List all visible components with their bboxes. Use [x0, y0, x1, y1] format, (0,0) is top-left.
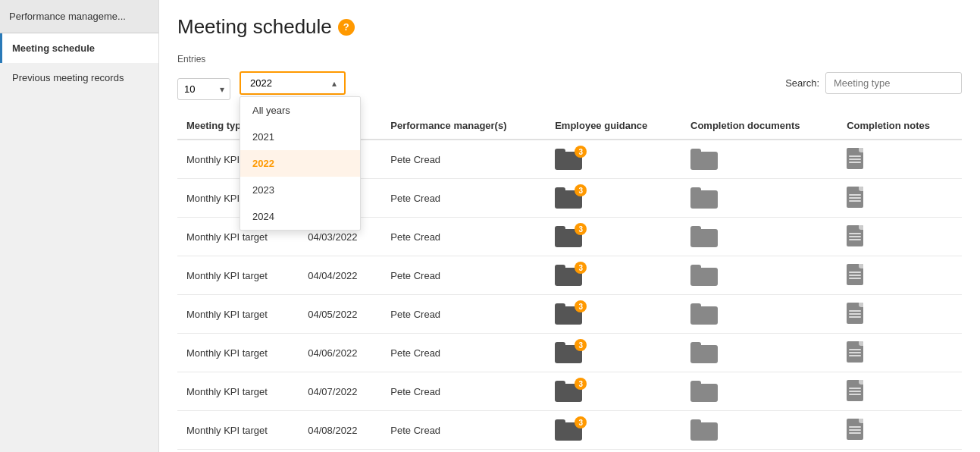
main-content: Meeting schedule ? Entries 10 25 50 100 … [159, 0, 980, 452]
cell-employee-guidance: 3 [546, 140, 681, 179]
cell-employee-guidance: 3 [546, 295, 681, 334]
document-icon[interactable] [847, 225, 865, 248]
folder-open-icon[interactable]: 3 [555, 303, 582, 325]
folder-open-icon[interactable]: 3 [555, 342, 582, 363]
cell-date: 04/06/2022 [299, 334, 381, 372]
cell-completion-documents [681, 179, 838, 218]
cell-completion-notes [838, 256, 962, 295]
folder-open-icon[interactable]: 3 [555, 265, 582, 286]
year-option-all[interactable]: All years [240, 97, 360, 124]
cell-date: 04/07/2022 [299, 372, 381, 411]
page-header: Meeting schedule ? [177, 15, 962, 39]
cell-manager: Pete Cread [381, 218, 546, 256]
document-icon[interactable] [847, 380, 865, 403]
entries-label: Entries [177, 54, 205, 64]
cell-manager: Pete Cread [381, 372, 546, 411]
cell-manager: Pete Cread [381, 450, 546, 453]
guidance-badge: 3 [575, 146, 587, 158]
guidance-badge: 3 [575, 300, 587, 312]
cell-completion-documents [681, 256, 838, 295]
folder-open-icon[interactable]: 3 [555, 226, 582, 247]
cell-completion-documents [681, 218, 838, 256]
document-icon[interactable] [847, 264, 865, 287]
cell-completion-notes [838, 179, 962, 218]
folder-closed-icon[interactable] [690, 342, 718, 363]
cell-completion-documents [681, 334, 838, 372]
sidebar-item-previous-meeting-records-label: Previous meeting records [12, 72, 124, 83]
cell-completion-notes [838, 450, 962, 453]
cell-manager: Pete Cread [381, 179, 546, 218]
cell-employee-guidance: 3 [546, 179, 681, 218]
cell-completion-notes [838, 140, 962, 179]
folder-open-icon[interactable]: 3 [555, 381, 582, 402]
cell-employee-guidance: 3 [546, 372, 681, 411]
cell-completion-notes [838, 295, 962, 334]
table-row: Monthly KPI target04/07/2022Pete Cread 3 [177, 372, 962, 411]
folder-open-icon[interactable]: 3 [555, 419, 582, 441]
app-title: Performance manageme... [0, 0, 158, 33]
folder-closed-icon[interactable] [690, 187, 718, 209]
cell-manager: Pete Cread [381, 140, 546, 179]
cell-meeting-type: Monthly KPI target [177, 256, 299, 295]
controls-row: Entries 10 25 50 100 2022 All years 2021… [177, 54, 962, 100]
search-label: Search: [785, 77, 819, 89]
folder-open-icon[interactable]: 3 [555, 149, 582, 170]
cell-completion-documents [681, 295, 838, 334]
year-option-2024[interactable]: 2024 [240, 203, 360, 230]
folder-closed-icon[interactable] [690, 149, 718, 170]
year-option-2023[interactable]: 2023 [240, 177, 360, 203]
folder-closed-icon[interactable] [690, 381, 718, 402]
cell-meeting-type: Monthly KPI target [177, 411, 299, 450]
col-employee-guidance: Employee guidance [546, 112, 681, 140]
sidebar: Performance manageme... Meeting schedule… [0, 0, 159, 452]
cell-employee-guidance: 3 [546, 334, 681, 372]
cell-completion-notes [838, 372, 962, 411]
guidance-badge: 3 [575, 262, 587, 274]
cell-completion-notes [838, 218, 962, 256]
sidebar-item-meeting-schedule[interactable]: Meeting schedule [0, 33, 158, 63]
guidance-badge: 3 [575, 416, 587, 428]
search-wrapper: Search: [785, 72, 962, 94]
year-select-button[interactable]: 2022 [240, 71, 346, 95]
folder-closed-icon[interactable] [690, 265, 718, 286]
cell-employee-guidance: 3 [546, 256, 681, 295]
cell-completion-documents [681, 372, 838, 411]
cell-employee-guidance: 3 [546, 450, 681, 453]
folder-closed-icon[interactable] [690, 303, 718, 325]
guidance-badge: 3 [575, 339, 587, 351]
document-icon[interactable] [847, 341, 865, 364]
document-icon[interactable] [847, 303, 865, 325]
search-input[interactable] [825, 72, 962, 94]
guidance-badge: 3 [575, 378, 587, 390]
cell-employee-guidance: 3 [546, 411, 681, 450]
cell-date: 04/09/2022 [299, 450, 381, 453]
entries-select[interactable]: 10 25 50 100 [177, 78, 230, 100]
year-dropdown-wrapper: 2022 All years 2021 2022 2023 2024 [240, 71, 346, 95]
col-performance-manager: Performance manager(s) [381, 112, 546, 140]
sidebar-item-previous-meeting-records[interactable]: Previous meeting records [0, 63, 158, 93]
cell-meeting-type: Monthly KPI target [177, 295, 299, 334]
document-icon[interactable] [847, 187, 865, 209]
cell-completion-documents [681, 411, 838, 450]
year-option-2021[interactable]: 2021 [240, 124, 360, 150]
cell-manager: Pete Cread [381, 295, 546, 334]
cell-manager: Pete Cread [381, 411, 546, 450]
table-row: Monthly KPI target04/08/2022Pete Cread 3 [177, 411, 962, 450]
table-row: Monthly KPI target04/05/2022Pete Cread 3 [177, 295, 962, 334]
folder-closed-icon[interactable] [690, 226, 718, 247]
cell-meeting-type: Monthly KPI target [177, 450, 299, 453]
col-completion-notes: Completion notes [838, 112, 962, 140]
table-row: Monthly KPI target04/06/2022Pete Cread 3 [177, 334, 962, 372]
cell-manager: Pete Cread [381, 334, 546, 372]
year-option-2022[interactable]: 2022 [240, 150, 360, 177]
col-completion-documents: Completion documents [681, 112, 838, 140]
document-icon[interactable] [847, 419, 865, 441]
document-icon[interactable] [847, 148, 865, 171]
folder-open-icon[interactable]: 3 [555, 187, 582, 209]
folder-closed-icon[interactable] [690, 419, 718, 441]
sidebar-item-meeting-schedule-label: Meeting schedule [12, 42, 95, 54]
cell-meeting-type: Monthly KPI target [177, 334, 299, 372]
help-icon[interactable]: ? [338, 19, 355, 36]
cell-completion-documents [681, 140, 838, 179]
guidance-badge: 3 [575, 184, 587, 196]
